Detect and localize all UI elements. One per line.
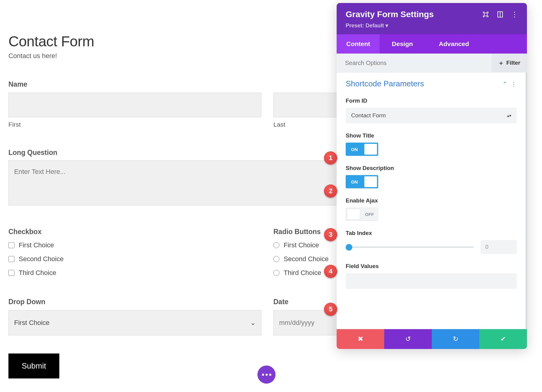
panel-title: Gravity Form Settings: [346, 10, 434, 19]
form-id-select[interactable]: Contact Form ▴▾: [346, 108, 517, 123]
dropdown-select[interactable]: First Choice ⌄: [8, 310, 261, 335]
close-icon: ✖: [358, 335, 363, 343]
annotation-badge: 4: [324, 265, 337, 278]
fab-button[interactable]: [257, 366, 276, 384]
tab-index-label: Tab Index: [346, 230, 517, 236]
plus-icon: ＋: [498, 59, 504, 67]
field-values-input[interactable]: [346, 273, 517, 289]
tab-advanced[interactable]: Advanced: [429, 34, 478, 54]
enable-ajax-toggle[interactable]: OFF: [346, 208, 378, 221]
slider-thumb[interactable]: [346, 244, 352, 251]
tab-design[interactable]: Design: [382, 34, 422, 54]
section-shortcode-parameters[interactable]: Shortcode Parameters: [346, 79, 424, 88]
svg-rect-0: [484, 13, 487, 16]
section-more-icon[interactable]: ⋮: [511, 80, 517, 88]
settings-panel: Gravity Form Settings ⋮ Preset: Default …: [337, 3, 527, 349]
redo-icon: ↻: [453, 335, 458, 343]
undo-button[interactable]: ↺: [384, 329, 432, 349]
annotation-badge: 1: [324, 151, 337, 165]
enable-ajax-label: Enable Ajax: [346, 197, 517, 204]
annotation-badge: 3: [324, 228, 337, 241]
checkbox-option[interactable]: Second Choice: [8, 255, 261, 263]
chevron-down-icon: ⌄: [250, 319, 256, 327]
tab-index-slider[interactable]: [346, 246, 474, 248]
close-button[interactable]: ✖: [337, 329, 384, 349]
undo-icon: ↺: [405, 335, 411, 343]
show-title-toggle[interactable]: ON: [346, 143, 378, 156]
sort-icon: ▴▾: [507, 113, 511, 118]
tab-index-value[interactable]: 0: [481, 240, 517, 254]
annotation-badge: 2: [324, 184, 337, 198]
first-name-input[interactable]: [8, 93, 261, 117]
first-name-sublabel: First: [8, 121, 261, 128]
annotation-badge: 5: [324, 303, 337, 316]
redo-button[interactable]: ↻: [432, 329, 479, 349]
form-id-label: Form ID: [346, 97, 517, 104]
tab-content[interactable]: Content: [337, 34, 380, 54]
show-description-toggle[interactable]: ON: [346, 175, 378, 188]
more-icon[interactable]: ⋮: [511, 11, 518, 18]
preset-dropdown[interactable]: Preset: Default ▾: [346, 22, 518, 29]
layout-icon[interactable]: [497, 11, 503, 18]
check-icon: ✔: [500, 335, 506, 343]
submit-button[interactable]: Submit: [8, 353, 59, 378]
checkbox-option[interactable]: First Choice: [8, 241, 261, 249]
filter-button[interactable]: ＋ Filter: [491, 54, 527, 72]
expand-icon[interactable]: [482, 11, 489, 18]
show-description-label: Show Description: [346, 165, 517, 171]
checkbox-label: Checkbox: [8, 228, 261, 236]
dropdown-label: Drop Down: [8, 298, 261, 306]
show-title-label: Show Title: [346, 132, 517, 139]
chevron-up-icon[interactable]: ⌃: [503, 81, 507, 87]
checkbox-option[interactable]: Third Choice: [8, 269, 261, 277]
confirm-button[interactable]: ✔: [479, 329, 527, 349]
search-input[interactable]: [337, 54, 491, 72]
field-values-label: Field Values: [346, 263, 517, 270]
